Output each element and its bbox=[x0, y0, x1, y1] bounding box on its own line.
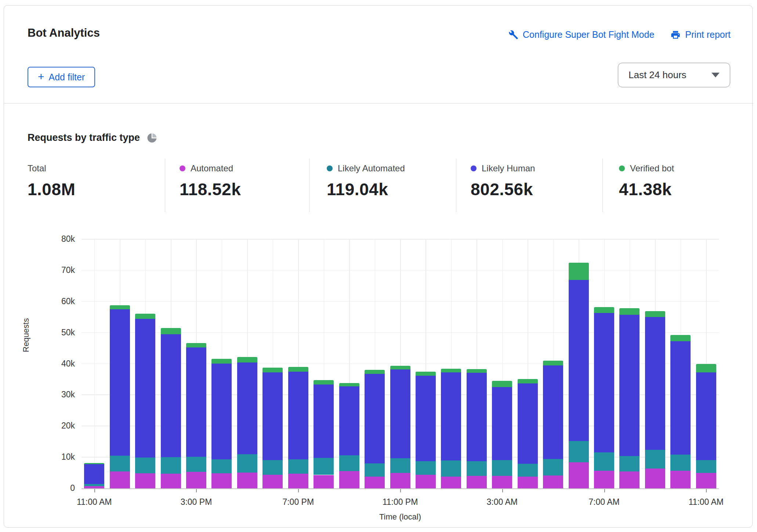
bar-segment-verified-bot[interactable] bbox=[594, 307, 614, 313]
bar-segment-automated[interactable] bbox=[237, 473, 257, 488]
bar-segment-likely-automated[interactable] bbox=[135, 458, 155, 473]
bar-segment-verified-bot[interactable] bbox=[467, 369, 487, 373]
bar-segment-likely-human[interactable] bbox=[543, 365, 563, 459]
bar-segment-likely-automated[interactable] bbox=[594, 452, 614, 471]
bar-segment-likely-human[interactable] bbox=[390, 369, 410, 458]
y-axis-tick-label: 70k bbox=[45, 265, 75, 275]
bar-segment-verified-bot[interactable] bbox=[441, 369, 461, 372]
bar-segment-likely-human[interactable] bbox=[441, 372, 461, 460]
bar-segment-verified-bot[interactable] bbox=[288, 367, 308, 372]
bar-segment-verified-bot[interactable] bbox=[416, 372, 436, 376]
bar-segment-verified-bot[interactable] bbox=[390, 366, 410, 369]
bar-segment-automated[interactable] bbox=[262, 475, 283, 488]
bar-segment-verified-bot[interactable] bbox=[186, 343, 206, 348]
bar-segment-likely-automated[interactable] bbox=[569, 441, 589, 462]
bar-segment-likely-automated[interactable] bbox=[186, 457, 206, 472]
bar-segment-likely-human[interactable] bbox=[569, 280, 589, 441]
bar-segment-likely-human[interactable] bbox=[365, 374, 385, 463]
bar-segment-verified-bot[interactable] bbox=[543, 361, 563, 365]
bar-segment-automated[interactable] bbox=[211, 473, 232, 488]
bar-segment-automated[interactable] bbox=[467, 476, 487, 488]
bar-segment-automated[interactable] bbox=[365, 477, 385, 488]
bar-segment-automated[interactable] bbox=[569, 462, 589, 488]
bar-segment-likely-automated[interactable] bbox=[416, 461, 436, 474]
bar-segment-likely-automated[interactable] bbox=[441, 460, 461, 477]
bar-segment-automated[interactable] bbox=[390, 473, 410, 488]
bar-segment-automated[interactable] bbox=[619, 471, 640, 488]
bar-segment-automated[interactable] bbox=[161, 474, 181, 488]
bar-segment-likely-human[interactable] bbox=[518, 383, 538, 464]
bar-segment-verified-bot[interactable] bbox=[161, 328, 181, 334]
bar-segment-likely-human[interactable] bbox=[645, 317, 665, 450]
bar-segment-likely-human[interactable] bbox=[467, 373, 487, 461]
bar-segment-likely-automated[interactable] bbox=[314, 458, 334, 475]
bar-segment-automated[interactable] bbox=[543, 475, 563, 488]
bar-segment-verified-bot[interactable] bbox=[645, 311, 665, 317]
bar-segment-likely-human[interactable] bbox=[84, 464, 104, 484]
bar-segment-likely-automated[interactable] bbox=[84, 484, 104, 486]
bar-segment-verified-bot[interactable] bbox=[262, 368, 283, 373]
bar-segment-automated[interactable] bbox=[186, 472, 206, 488]
bar-segment-likely-human[interactable] bbox=[339, 386, 359, 455]
bar-segment-likely-automated[interactable] bbox=[211, 459, 232, 473]
bar-segment-verified-bot[interactable] bbox=[518, 379, 538, 383]
bar-segment-likely-automated[interactable] bbox=[288, 459, 308, 474]
bar-segment-likely-human[interactable] bbox=[492, 387, 512, 460]
bar-segment-automated[interactable] bbox=[135, 473, 155, 488]
bar-segment-verified-bot[interactable] bbox=[619, 308, 640, 315]
bar-segment-automated[interactable] bbox=[670, 471, 691, 488]
bar-segment-automated[interactable] bbox=[339, 471, 359, 488]
bar-segment-likely-human[interactable] bbox=[670, 341, 691, 455]
bar-segment-likely-human[interactable] bbox=[314, 385, 334, 458]
bar-segment-verified-bot[interactable] bbox=[569, 263, 589, 280]
bar-segment-automated[interactable] bbox=[645, 469, 665, 488]
bar-segment-automated[interactable] bbox=[314, 475, 334, 488]
bar-segment-likely-automated[interactable] bbox=[110, 456, 130, 471]
bar-segment-likely-human[interactable] bbox=[211, 364, 232, 459]
bar-segment-likely-human[interactable] bbox=[186, 347, 206, 457]
bar-segment-likely-automated[interactable] bbox=[339, 455, 359, 471]
bar-segment-verified-bot[interactable] bbox=[670, 335, 691, 341]
bar-segment-verified-bot[interactable] bbox=[135, 314, 155, 319]
bar-segment-automated[interactable] bbox=[518, 477, 538, 488]
bar-segment-automated[interactable] bbox=[441, 477, 461, 488]
bar-segment-likely-human[interactable] bbox=[619, 315, 640, 456]
bar-segment-likely-human[interactable] bbox=[161, 334, 181, 457]
bar-segment-verified-bot[interactable] bbox=[110, 305, 130, 309]
bar-segment-likely-human[interactable] bbox=[237, 362, 257, 454]
bar-segment-likely-automated[interactable] bbox=[696, 460, 716, 473]
bar-segment-verified-bot[interactable] bbox=[211, 359, 232, 364]
bar-segment-likely-automated[interactable] bbox=[365, 463, 385, 477]
bar-segment-verified-bot[interactable] bbox=[84, 463, 104, 464]
bar-segment-likely-automated[interactable] bbox=[390, 458, 410, 473]
bar-segment-likely-human[interactable] bbox=[594, 313, 614, 452]
bar-segment-verified-bot[interactable] bbox=[237, 357, 257, 362]
bar-segment-likely-automated[interactable] bbox=[645, 450, 665, 469]
bar-segment-verified-bot[interactable] bbox=[365, 370, 385, 374]
bar-segment-likely-automated[interactable] bbox=[161, 457, 181, 474]
bar-segment-likely-automated[interactable] bbox=[543, 459, 563, 475]
bar-segment-likely-human[interactable] bbox=[696, 372, 716, 460]
bar-segment-verified-bot[interactable] bbox=[492, 381, 512, 387]
bar-segment-likely-human[interactable] bbox=[416, 376, 436, 461]
bar-segment-likely-automated[interactable] bbox=[467, 461, 487, 476]
bar-segment-automated[interactable] bbox=[288, 474, 308, 488]
bar-segment-likely-human[interactable] bbox=[110, 309, 130, 456]
bar-segment-automated[interactable] bbox=[696, 473, 716, 488]
bar-segment-likely-human[interactable] bbox=[288, 372, 308, 459]
bar-segment-likely-automated[interactable] bbox=[492, 460, 512, 476]
bar-segment-likely-human[interactable] bbox=[135, 319, 155, 458]
bar-segment-likely-automated[interactable] bbox=[237, 454, 257, 473]
bar-segment-verified-bot[interactable] bbox=[314, 380, 334, 385]
bar-segment-verified-bot[interactable] bbox=[696, 364, 716, 372]
bar-segment-automated[interactable] bbox=[416, 475, 436, 488]
bar-segment-verified-bot[interactable] bbox=[339, 383, 359, 386]
bar-segment-likely-human[interactable] bbox=[262, 372, 283, 460]
bar-segment-automated[interactable] bbox=[492, 476, 512, 488]
bar-segment-likely-automated[interactable] bbox=[518, 464, 538, 477]
bar-segment-likely-automated[interactable] bbox=[670, 455, 691, 470]
bar-segment-automated[interactable] bbox=[594, 471, 614, 488]
bar-segment-automated[interactable] bbox=[110, 471, 130, 488]
bar-segment-likely-automated[interactable] bbox=[619, 456, 640, 471]
bar-segment-likely-automated[interactable] bbox=[262, 460, 283, 475]
